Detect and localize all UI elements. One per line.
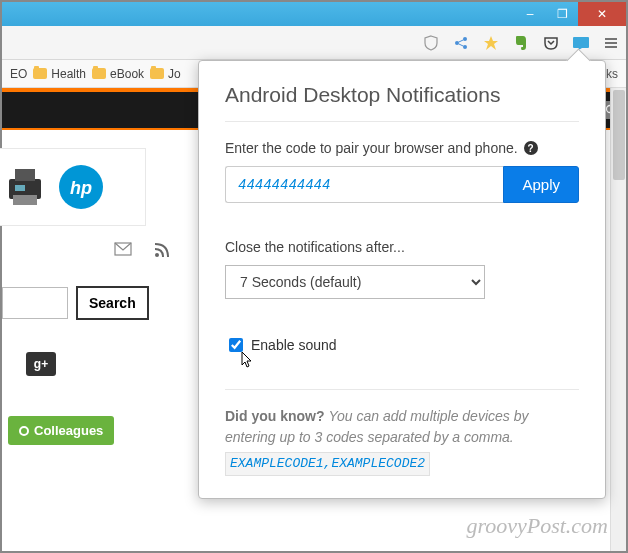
close-after-label: Close the notifications after... — [225, 239, 579, 255]
star-icon[interactable] — [482, 34, 500, 52]
bookmark-item[interactable]: EO — [10, 67, 27, 81]
watermark: groovyPost.com — [466, 513, 608, 539]
popup-title: Android Desktop Notifications — [225, 83, 579, 122]
svg-rect-5 — [573, 37, 589, 48]
share-icon[interactable] — [452, 34, 470, 52]
svg-line-4 — [459, 43, 464, 45]
shield-icon[interactable] — [422, 34, 440, 52]
svg-point-0 — [455, 41, 459, 45]
apply-button[interactable]: Apply — [503, 166, 579, 203]
bookmark-label: Health — [51, 67, 86, 81]
close-window-button[interactable]: ✕ — [578, 2, 626, 26]
colleagues-button[interactable]: Colleagues — [8, 416, 114, 445]
svg-point-18 — [155, 253, 159, 257]
page-scrollbar[interactable] — [610, 88, 626, 551]
minimize-button[interactable]: – — [514, 2, 546, 26]
example-code: EXAMPLECODE1,EXAMPLECODE2 — [225, 452, 430, 476]
did-you-know: Did you know? You can add multiple devic… — [225, 389, 579, 476]
enable-sound-checkbox[interactable] — [229, 338, 243, 352]
bookmark-folder-ebook[interactable]: eBook — [92, 67, 144, 81]
notification-extension-icon[interactable] — [572, 34, 590, 52]
svg-point-2 — [463, 45, 467, 49]
google-plus-button[interactable]: g+ — [26, 352, 56, 376]
scrollbar-thumb[interactable] — [613, 90, 625, 180]
window-titlebar: – ❐ ✕ — [2, 2, 626, 26]
pair-code-input[interactable] — [225, 166, 503, 203]
bookmark-label: Jo — [168, 67, 181, 81]
svg-point-1 — [463, 37, 467, 41]
bookmark-folder-jo[interactable]: Jo — [150, 67, 181, 81]
hp-logo-icon: hp — [57, 163, 105, 211]
pair-code-label: Enter the code to pair your browser and … — [225, 140, 579, 156]
circle-icon — [19, 426, 29, 436]
site-search-button[interactable]: Search — [76, 286, 149, 320]
svg-text:hp: hp — [70, 178, 92, 198]
site-search-input[interactable] — [2, 287, 68, 319]
extension-popup: Android Desktop Notifications Enter the … — [198, 60, 606, 499]
evernote-icon[interactable] — [512, 34, 530, 52]
cursor-icon — [239, 351, 255, 374]
folder-icon — [33, 68, 47, 79]
svg-rect-14 — [15, 185, 25, 191]
help-icon[interactable]: ? — [524, 141, 538, 155]
folder-icon — [150, 68, 164, 79]
menu-icon[interactable] — [602, 34, 620, 52]
rss-icon[interactable] — [154, 242, 170, 262]
browser-toolbar — [2, 26, 626, 60]
svg-line-3 — [459, 39, 464, 41]
printer-icon — [5, 165, 45, 209]
folder-icon — [92, 68, 106, 79]
mail-icon[interactable] — [114, 242, 132, 262]
hp-ad[interactable]: hp — [0, 148, 146, 226]
pocket-icon[interactable] — [542, 34, 560, 52]
pair-label-text: Enter the code to pair your browser and … — [225, 140, 518, 156]
svg-rect-12 — [15, 169, 35, 181]
bookmark-label: eBook — [110, 67, 144, 81]
bookmark-folder-health[interactable]: Health — [33, 67, 86, 81]
enable-sound-label: Enable sound — [251, 337, 337, 353]
close-after-select[interactable]: 7 Seconds (default) — [225, 265, 485, 299]
colleagues-label: Colleagues — [34, 423, 103, 438]
restore-button[interactable]: ❐ — [546, 2, 578, 26]
svg-rect-13 — [13, 195, 37, 205]
didyou-title: Did you know? — [225, 408, 325, 424]
